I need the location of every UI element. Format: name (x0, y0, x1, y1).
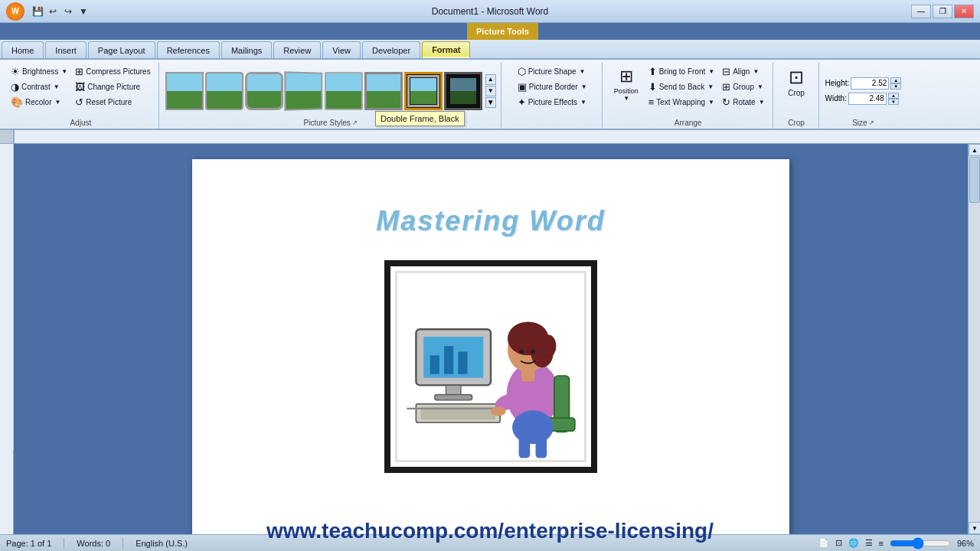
undo-button[interactable]: ↩ (46, 5, 60, 18)
page-status: Page: 1 of 1 (6, 539, 51, 548)
text-wrapping-icon: ≡ (648, 96, 655, 108)
tab-insert[interactable]: Insert (45, 41, 87, 58)
style-scroll-down[interactable]: ▼ (485, 86, 496, 96)
view-draft[interactable]: ≡ (879, 539, 884, 548)
tab-format[interactable]: Format (422, 41, 470, 58)
size-label: Size ↗ (852, 119, 874, 127)
view-outline[interactable]: ☰ (865, 538, 873, 548)
svg-point-23 (491, 406, 506, 416)
height-input[interactable] (851, 77, 889, 90)
align-button[interactable]: ⊟ Align ▼ (719, 64, 767, 79)
picture-inner[interactable] (395, 271, 586, 462)
change-picture-button[interactable]: 🖼 Change Picture (72, 80, 153, 94)
crop-icon: ⊡ (789, 67, 804, 88)
reset-picture-button[interactable]: ↺ Reset Picture (72, 95, 153, 109)
svg-rect-10 (435, 395, 472, 400)
picture-frame[interactable] (384, 260, 597, 473)
width-spin-down[interactable]: ▼ (888, 99, 899, 105)
compress-pictures-button[interactable]: ⊞ Compress Pictures (72, 64, 153, 79)
tab-view[interactable]: View (322, 41, 361, 58)
minimize-button[interactable]: — (911, 5, 931, 18)
restore-button[interactable]: ❐ (933, 5, 952, 18)
send-back-arrow: ▼ (707, 83, 714, 90)
height-spin-down[interactable]: ▼ (890, 83, 901, 90)
scroll-up-arrow[interactable]: ▲ (969, 144, 980, 156)
svg-point-27 (519, 349, 524, 354)
crop-button[interactable]: ⊡ Crop (779, 64, 814, 99)
office-button[interactable]: W (6, 2, 24, 21)
quick-access-toolbar: 💾 ↩ ↪ ▼ (31, 5, 90, 18)
status-bar: Page: 1 of 1 Words: 0 English (U.S.) 📄 ⊡… (0, 534, 980, 551)
vertical-scrollbar[interactable]: ▲ ▼ (968, 144, 980, 534)
svg-point-24 (512, 410, 554, 444)
options-col: ⬡ Picture Shape ▼ ▣ Picture Border ▼ ✦ P… (514, 64, 590, 109)
tab-mailings[interactable]: Mailings (221, 41, 272, 58)
scroll-container[interactable]: Mastering Word (14, 144, 968, 534)
scroll-thumb[interactable] (969, 157, 980, 203)
brightness-button[interactable]: ☀ Brightness ▼ (8, 64, 70, 79)
style-thumb-8[interactable] (444, 72, 482, 110)
save-button[interactable]: 💾 (31, 5, 44, 18)
rotate-button[interactable]: ↻ Rotate ▼ (719, 95, 767, 109)
document-page: Mastering Word (192, 159, 789, 534)
width-input[interactable] (848, 93, 887, 105)
group-button[interactable]: ⊞ Group ▼ (719, 80, 767, 94)
picture-shape-button[interactable]: ⬡ Picture Shape ▼ (514, 64, 590, 79)
position-button[interactable]: ⊞ Position ▼ (609, 64, 644, 104)
scroll-down-arrow[interactable]: ▼ (969, 522, 980, 534)
picture-border-button[interactable]: ▣ Picture Border ▼ (514, 80, 590, 94)
customize-button[interactable]: ▼ (77, 5, 90, 18)
style-thumb-4[interactable] (284, 71, 322, 110)
position-dropdown-arrow: ▼ (623, 95, 629, 102)
ribbon-group-size: Height: ▲ ▼ Width: ▲ ▼ Size ↗ (821, 63, 906, 129)
style-thumb-6[interactable] (364, 72, 403, 110)
style-scroll-more[interactable]: ▼ (485, 97, 496, 108)
view-web[interactable]: 🌐 (848, 538, 859, 548)
image-container[interactable] (246, 260, 736, 473)
recolor-button[interactable]: 🎨 Recolor ▼ (8, 95, 70, 109)
picture-styles-label: Picture Styles ↗ (304, 119, 358, 127)
scroll-track[interactable] (969, 156, 980, 522)
tab-references[interactable]: References (157, 41, 220, 58)
contrast-button[interactable]: ◑ Contrast ▼ (8, 80, 70, 94)
recolor-icon: 🎨 (11, 96, 23, 108)
send-back-button[interactable]: ⬇ Send to Back ▼ (645, 80, 718, 94)
width-spin-up[interactable]: ▲ (888, 93, 899, 99)
picture-effects-button[interactable]: ✦ Picture Effects ▼ (514, 95, 590, 109)
redo-button[interactable]: ↪ (61, 5, 75, 18)
zoom-slider[interactable] (890, 540, 951, 547)
view-normal[interactable]: 📄 (818, 538, 829, 548)
style-thumb-3[interactable] (245, 72, 283, 110)
arrange-col2: ⊟ Align ▼ ⊞ Group ▼ ↻ Rotate ▼ (719, 64, 767, 109)
align-icon: ⊟ (722, 66, 730, 77)
tab-developer[interactable]: Developer (362, 41, 420, 58)
align-arrow: ▼ (753, 68, 759, 75)
height-spin-up[interactable]: ▲ (890, 77, 901, 83)
tab-review[interactable]: Review (273, 41, 321, 58)
ruler-corner (0, 130, 14, 144)
picture-shape-icon: ⬡ (518, 66, 526, 77)
text-wrapping-button[interactable]: ≡ Text Wrapping ▼ (645, 95, 718, 109)
picture-shape-arrow: ▼ (580, 68, 586, 75)
picture-styles-expand[interactable]: ↗ (352, 119, 358, 126)
close-button[interactable]: ✕ (954, 5, 974, 18)
style-thumb-1[interactable] (165, 72, 204, 110)
svg-rect-26 (536, 435, 547, 458)
size-expand[interactable]: ↗ (869, 119, 874, 126)
style-thumb-5[interactable] (325, 72, 363, 110)
style-thumb-7[interactable] (404, 72, 443, 110)
tab-pagelayout[interactable]: Page Layout (88, 41, 155, 58)
tab-home[interactable]: Home (2, 41, 44, 58)
svg-rect-0 (15, 130, 980, 144)
bring-front-button[interactable]: ⬆ Bring to Front ▼ (645, 64, 718, 79)
tooltip-double-frame: Double Frame, Black (375, 111, 465, 126)
brightness-icon: ☀ (11, 66, 20, 77)
style-scroll-up[interactable]: ▲ (485, 74, 496, 85)
group-arrow: ▼ (757, 83, 763, 90)
bring-front-icon: ⬆ (648, 66, 657, 77)
view-full[interactable]: ⊡ (835, 538, 842, 548)
recolor-dropdown-arrow: ▼ (54, 99, 60, 106)
svg-rect-25 (519, 435, 531, 458)
svg-rect-6 (430, 355, 439, 373)
style-thumb-2[interactable] (205, 72, 243, 110)
